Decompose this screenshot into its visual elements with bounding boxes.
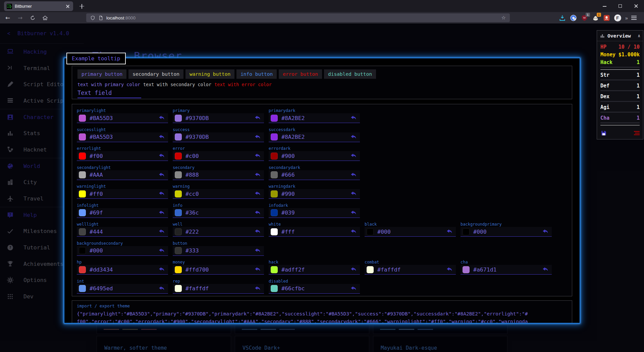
color-field-input[interactable]: #000 xyxy=(461,227,552,237)
color-swatch[interactable] xyxy=(79,228,86,235)
undo-icon[interactable] xyxy=(350,114,357,122)
undo-icon[interactable] xyxy=(254,114,261,122)
color-swatch[interactable] xyxy=(79,115,86,122)
color-field-input[interactable]: #adff2f xyxy=(269,265,360,275)
color-swatch[interactable] xyxy=(271,266,278,273)
color-field-input[interactable]: #dd3434 xyxy=(77,265,168,275)
window-close-button[interactable] xyxy=(628,0,644,12)
overview-options-icon[interactable] xyxy=(634,130,640,136)
color-field-input[interactable]: #fff xyxy=(269,227,360,237)
undo-icon[interactable] xyxy=(350,171,357,179)
color-swatch[interactable] xyxy=(367,266,374,273)
overview-header[interactable]: Overview ∧ xyxy=(597,31,643,41)
color-field-input[interactable]: #c00 xyxy=(173,151,264,161)
color-swatch[interactable] xyxy=(175,133,182,140)
undo-icon[interactable] xyxy=(158,247,165,254)
undo-icon[interactable] xyxy=(158,133,165,141)
example-info-button[interactable]: info button xyxy=(236,69,277,79)
color-swatch[interactable] xyxy=(175,228,182,235)
undo-icon[interactable] xyxy=(254,266,261,273)
undo-icon[interactable] xyxy=(254,247,261,254)
color-swatch[interactable] xyxy=(463,228,470,235)
extension-red-icon[interactable] xyxy=(603,14,610,21)
color-field-input[interactable]: #f00 xyxy=(77,151,168,161)
undo-icon[interactable] xyxy=(254,152,261,160)
color-field-input[interactable]: #69f xyxy=(77,208,168,218)
color-field-input[interactable]: #333 xyxy=(173,246,264,256)
color-swatch[interactable] xyxy=(175,190,182,197)
color-swatch[interactable] xyxy=(271,133,278,140)
color-swatch[interactable] xyxy=(79,266,86,273)
color-swatch[interactable] xyxy=(79,285,86,292)
undo-icon[interactable] xyxy=(350,266,357,273)
color-swatch[interactable] xyxy=(175,171,182,178)
color-swatch[interactable] xyxy=(271,153,278,160)
color-swatch[interactable] xyxy=(175,209,182,216)
undo-icon[interactable] xyxy=(158,285,165,292)
window-maximize-button[interactable] xyxy=(612,0,628,12)
tab-close-icon[interactable] xyxy=(65,4,70,9)
profile-avatar[interactable]: F xyxy=(614,14,621,21)
back-button[interactable]: ← xyxy=(3,13,13,23)
color-swatch[interactable] xyxy=(271,190,278,197)
home-button[interactable] xyxy=(40,13,50,23)
forward-button[interactable]: → xyxy=(15,13,25,23)
color-field-input[interactable]: #990 xyxy=(269,189,360,199)
color-swatch[interactable] xyxy=(175,266,182,273)
color-field-input[interactable]: #000 xyxy=(365,227,456,237)
undo-icon[interactable] xyxy=(350,228,357,235)
color-field-input[interactable]: #AAA xyxy=(77,170,168,180)
color-field-input[interactable]: #222 xyxy=(173,227,264,237)
undo-icon[interactable] xyxy=(158,266,165,273)
undo-icon[interactable] xyxy=(158,114,165,122)
color-field-input[interactable]: #6495ed xyxy=(77,284,168,294)
color-field-input[interactable]: #36c xyxy=(173,208,264,218)
example-disabled-button[interactable]: disabled button xyxy=(324,69,376,79)
undo-icon[interactable] xyxy=(350,133,357,141)
color-swatch[interactable] xyxy=(463,266,470,273)
color-swatch[interactable] xyxy=(79,247,86,254)
undo-icon[interactable] xyxy=(254,133,261,141)
menu-hamburger-icon[interactable] xyxy=(631,15,637,21)
undo-icon[interactable] xyxy=(254,190,261,197)
new-tab-button[interactable] xyxy=(77,2,87,10)
color-swatch[interactable] xyxy=(271,209,278,216)
color-field-input[interactable]: #ffd700 xyxy=(173,265,264,275)
color-field-input[interactable]: #faffdf xyxy=(365,265,456,275)
example-secondary-button[interactable]: secondary button xyxy=(128,69,183,79)
overflow-chevrons-icon[interactable]: » xyxy=(625,15,627,21)
color-swatch[interactable] xyxy=(271,228,278,235)
color-swatch[interactable] xyxy=(175,285,182,292)
color-swatch[interactable] xyxy=(79,171,86,178)
color-swatch[interactable] xyxy=(79,153,86,160)
page-info-icon[interactable] xyxy=(98,15,103,20)
downloads-icon[interactable] xyxy=(559,14,566,21)
color-field-input[interactable]: #cc0 xyxy=(173,189,264,199)
window-minimize-button[interactable] xyxy=(597,0,612,12)
undo-icon[interactable] xyxy=(254,209,261,217)
color-swatch[interactable] xyxy=(79,190,86,197)
color-field-input[interactable]: #888 xyxy=(173,170,264,180)
color-swatch[interactable] xyxy=(271,115,278,122)
undo-icon[interactable] xyxy=(542,228,549,235)
color-field-input[interactable]: #BA55D3 xyxy=(77,132,168,142)
undo-icon[interactable] xyxy=(158,171,165,179)
color-field-input[interactable]: #9370DB xyxy=(173,113,264,123)
color-field-input[interactable]: #ff0 xyxy=(77,189,168,199)
color-swatch[interactable] xyxy=(367,228,374,235)
save-game-icon[interactable] xyxy=(600,130,607,136)
color-swatch[interactable] xyxy=(271,171,278,178)
undo-icon[interactable] xyxy=(350,209,357,217)
bookmark-star-icon[interactable]: ☆ xyxy=(501,15,506,21)
color-field-input[interactable]: #9370DB xyxy=(173,132,264,142)
undo-icon[interactable] xyxy=(254,171,261,179)
color-swatch[interactable] xyxy=(175,115,182,122)
color-swatch[interactable] xyxy=(79,209,86,216)
import-export-textarea[interactable]: {"primarylight":"#BA55D3","primary":"#93… xyxy=(77,310,567,324)
undo-icon[interactable] xyxy=(158,209,165,217)
undo-icon[interactable] xyxy=(158,228,165,235)
color-field-input[interactable]: #66cfbc xyxy=(269,284,360,294)
undo-icon[interactable] xyxy=(158,190,165,197)
undo-icon[interactable] xyxy=(350,190,357,197)
example-primary-button[interactable]: primary button xyxy=(77,69,126,79)
